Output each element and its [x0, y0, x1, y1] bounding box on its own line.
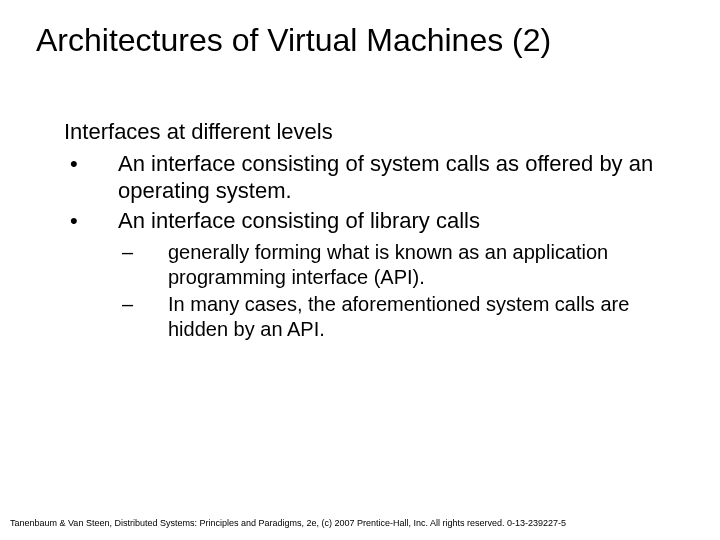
intro-text: Interfaces at different levels [64, 118, 680, 146]
sub-bullet-text: generally forming what is known as an ap… [168, 240, 680, 290]
bullet-marker: • [64, 150, 118, 205]
bullet-text: An interface consisting of library calls [118, 207, 680, 235]
slide-title: Architectures of Virtual Machines (2) [36, 22, 700, 59]
bullet-marker: • [64, 207, 118, 235]
list-item: • An interface consisting of system call… [64, 150, 680, 205]
footer-text: Tanenbaum & Van Steen, Distributed Syste… [10, 518, 710, 528]
list-item: – In many cases, the aforementioned syst… [120, 292, 680, 342]
dash-marker: – [120, 240, 168, 290]
sub-bullet-list: – generally forming what is known as an … [64, 240, 680, 342]
list-item: • An interface consisting of library cal… [64, 207, 680, 235]
list-item: – generally forming what is known as an … [120, 240, 680, 290]
bullet-list: • An interface consisting of system call… [64, 150, 680, 235]
slide: Architectures of Virtual Machines (2) In… [0, 0, 720, 540]
sub-bullet-text: In many cases, the aforementioned system… [168, 292, 680, 342]
dash-marker: – [120, 292, 168, 342]
bullet-text: An interface consisting of system calls … [118, 150, 680, 205]
slide-body: Interfaces at different levels • An inte… [64, 118, 680, 344]
